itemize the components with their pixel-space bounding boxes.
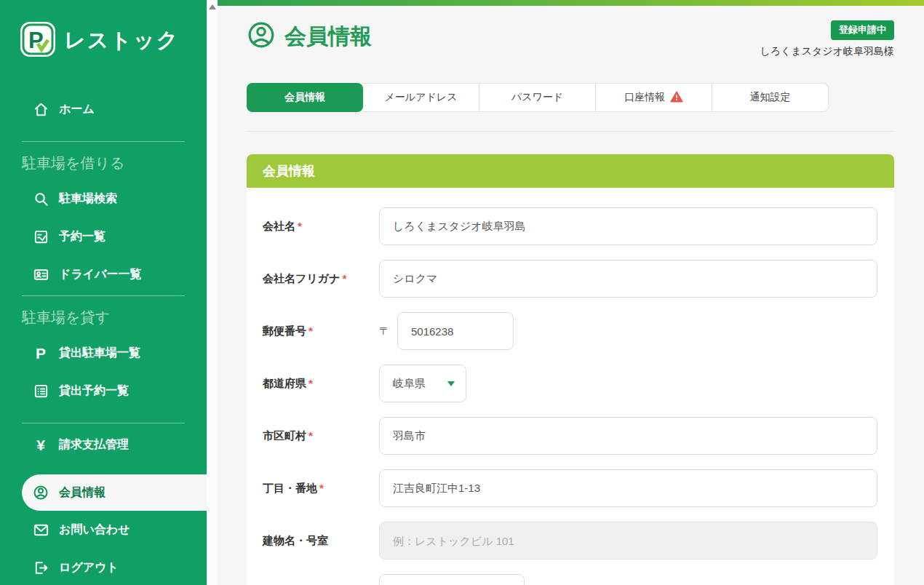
sidebar-item-label: ログアウト [59, 560, 119, 576]
field-label: 会社名 [263, 220, 295, 232]
sidebar-item-label: 予約一覧 [59, 229, 105, 244]
page-title: 会員情報 [284, 22, 372, 52]
city-input[interactable] [379, 417, 877, 455]
tab-password[interactable]: パスワード [479, 83, 596, 112]
sidebar-item-label: ホーム [59, 102, 95, 117]
sidebar-item-contact[interactable]: お問い合わせ [0, 520, 207, 540]
sidebar-item-label: 駐車場検索 [59, 191, 117, 207]
building-input[interactable] [379, 522, 877, 560]
app-logo-text: レストック [64, 26, 179, 55]
home-icon [32, 100, 49, 118]
sidebar-divider [22, 295, 185, 296]
field-label: 都道府県 [263, 377, 306, 389]
top-gradient-bar [218, 0, 924, 6]
tab-bank-account[interactable]: 口座情報 [596, 83, 712, 112]
postal-mark: 〒 [379, 325, 390, 338]
form-row-prefecture: 都道府県* 岐阜県 [263, 365, 877, 402]
sidebar-item-lend-parking-list[interactable]: P 貸出駐車場一覧 [0, 343, 207, 363]
tab-notification-settings[interactable]: 通知設定 [712, 83, 829, 112]
logout-icon [32, 559, 49, 576]
tab-label: 口座情報 [624, 91, 665, 104]
postal-code-input[interactable] [397, 312, 514, 350]
sidebar-section-borrow: 駐車場を借りる [0, 154, 207, 172]
mail-icon [32, 521, 49, 538]
form-row-city: 市区町村* [263, 417, 877, 455]
form-row-street: 丁目・番地* [263, 469, 877, 507]
required-asterisk: * [308, 377, 313, 389]
sidebar-item-label: 会員情報 [59, 485, 105, 501]
required-asterisk: * [308, 325, 313, 337]
company-name-input[interactable] [379, 207, 877, 245]
sidebar-item-lend-reservation-list[interactable]: 貸出予約一覧 [0, 381, 207, 401]
sidebar: P レストック ホーム 駐車場を借りる 駐車場検索 [0, 0, 207, 585]
street-input[interactable] [379, 469, 877, 507]
yen-icon: ¥ [32, 436, 49, 453]
sidebar-item-label: お問い合わせ [59, 522, 130, 538]
form-row-company-kana: 会社名フリガナ* [263, 260, 877, 298]
sidebar-divider [22, 423, 185, 423]
member-icon [32, 484, 49, 501]
required-asterisk: * [342, 272, 346, 284]
sidebar-item-label: ドライバー一覧 [59, 267, 142, 282]
field-label: 丁目・番地 [263, 482, 317, 494]
field-label: 建物名・号室 [263, 534, 328, 546]
restock-logo-icon: P [19, 20, 57, 61]
phone-input[interactable] [379, 574, 525, 585]
form-row-postal-code: 郵便番号* 〒 [263, 312, 877, 350]
tab-member-info[interactable]: 会員情報 [247, 83, 363, 112]
reservation-list-icon [32, 228, 49, 245]
prefecture-select[interactable]: 岐阜県 [379, 365, 466, 402]
required-asterisk: * [308, 429, 313, 442]
driver-card-icon [32, 266, 49, 283]
sidebar-item-home[interactable]: ホーム [0, 99, 207, 119]
main-content: 会員情報 登録申請中 しろくまスタジオ岐阜羽島様 会員情報 メールアドレス パス… [218, 0, 924, 585]
tab-email[interactable]: メールアドレス [363, 83, 479, 112]
form-row-phone: 電話番号* [263, 574, 877, 585]
company-kana-input[interactable] [379, 260, 877, 298]
sidebar-item-member-info[interactable]: 会員情報 [22, 474, 207, 511]
sidebar-item-driver-list[interactable]: ドライバー一覧 [0, 264, 207, 284]
status-badge: 登録申請中 [831, 20, 894, 40]
sidebar-item-billing[interactable]: ¥ 請求支払管理 [0, 434, 207, 455]
app-logo[interactable]: P レストック [19, 20, 207, 61]
sidebar-section-lend: 駐車場を貸す [0, 308, 207, 327]
required-asterisk: * [298, 220, 302, 232]
list-icon [32, 382, 49, 399]
prefecture-value: 岐阜県 [393, 377, 426, 391]
member-circle-icon [247, 20, 276, 52]
chevron-down-icon [447, 381, 455, 386]
sidebar-divider [22, 141, 185, 142]
tab-bar: 会員情報 メールアドレス パスワード 口座情報 通知設定 [247, 83, 829, 112]
form-row-building: 建物名・号室 [263, 522, 877, 560]
sidebar-item-label: 貸出駐車場一覧 [59, 346, 140, 361]
warning-triangle-icon [670, 91, 683, 105]
search-icon [32, 190, 49, 207]
scroll-up-arrow-icon[interactable] [209, 4, 216, 9]
member-info-card: 会員情報 会社名* 会社名フリガナ* 郵便番号* 〒 都道府県* [247, 154, 894, 585]
required-asterisk: * [319, 482, 324, 494]
divider [247, 131, 894, 132]
form-row-company-name: 会社名* [263, 207, 877, 245]
sidebar-item-label: 貸出予約一覧 [59, 383, 129, 399]
sidebar-item-parking-search[interactable]: 駐車場検索 [0, 188, 207, 209]
field-label: 会社名フリガナ [263, 272, 340, 284]
field-label: 市区町村 [263, 429, 306, 442]
account-name: しろくまスタジオ岐阜羽島様 [760, 45, 894, 58]
sidebar-item-reservation-list[interactable]: 予約一覧 [0, 226, 207, 247]
card-title: 会員情報 [247, 154, 894, 188]
sidebar-item-label: 請求支払管理 [59, 437, 129, 453]
field-label: 郵便番号 [263, 325, 306, 337]
sidebar-item-logout[interactable]: ログアウト [0, 557, 207, 578]
parking-p-icon: P [32, 344, 49, 362]
page-header: 会員情報 登録申請中 しろくまスタジオ岐阜羽島様 [247, 20, 894, 73]
sidebar-scrollbar[interactable] [207, 0, 218, 585]
